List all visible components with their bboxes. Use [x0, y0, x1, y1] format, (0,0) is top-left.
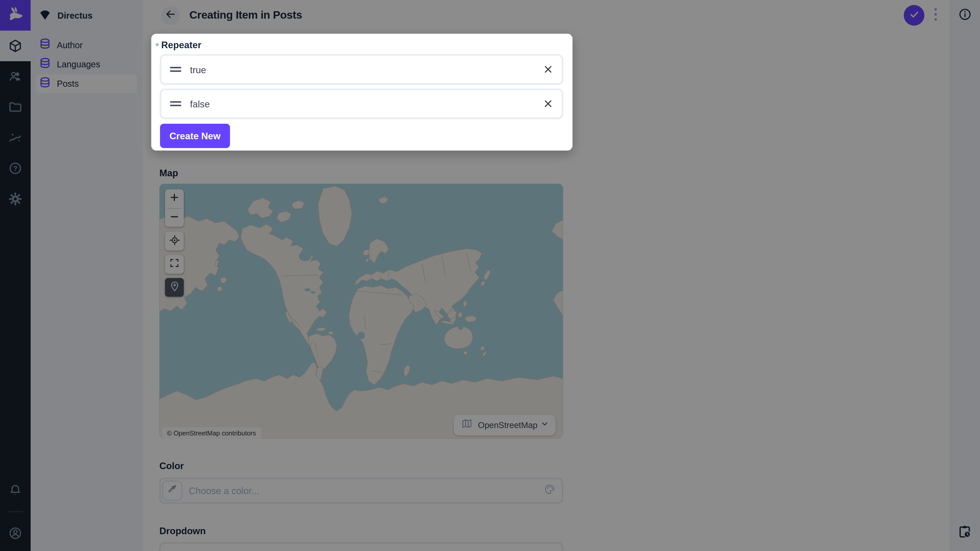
drag-handle-icon[interactable]	[169, 100, 182, 107]
directus-app: ?	[0, 0, 980, 551]
repeater-item-value: true	[190, 64, 542, 75]
repeater-popover: Repeater true f	[151, 34, 573, 151]
close-icon	[542, 64, 554, 75]
create-new-button[interactable]: Create New	[160, 124, 230, 148]
close-icon	[542, 98, 554, 109]
remove-item-button[interactable]	[542, 64, 554, 75]
repeater-item-row[interactable]: true	[160, 54, 563, 84]
drag-handle-icon[interactable]	[169, 65, 182, 73]
edited-dot-icon	[156, 43, 159, 46]
remove-item-button[interactable]	[542, 98, 554, 109]
repeater-item-row[interactable]: false	[160, 89, 563, 119]
repeater-label-row: Repeater	[156, 39, 201, 50]
repeater-field-label: Repeater	[161, 39, 201, 50]
repeater-item-value: false	[190, 98, 542, 109]
